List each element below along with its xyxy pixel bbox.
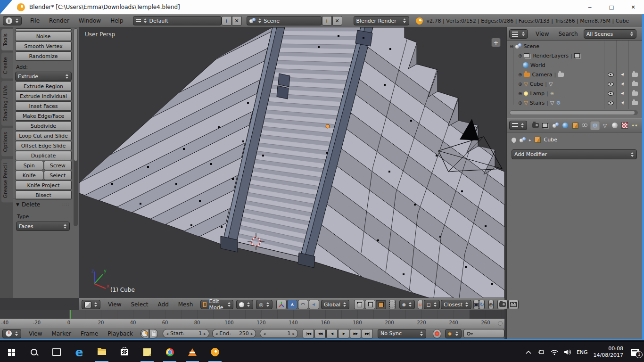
snap-toggle-button[interactable]: ∪ bbox=[418, 300, 423, 309]
outliner-row-camera[interactable]: ⊕Camera| bbox=[518, 70, 564, 79]
delete-scene-button[interactable]: ✕ bbox=[332, 16, 342, 25]
tool-button-screw[interactable]: Screw bbox=[44, 161, 72, 170]
timeline-ruler[interactable]: -40-200204060801001201401601802002202402… bbox=[0, 319, 504, 328]
manipulate-center-points-button[interactable]: ⊕ bbox=[488, 300, 494, 309]
limit-to-visible-button[interactable] bbox=[389, 300, 396, 309]
renderability-camera-icon[interactable] bbox=[632, 82, 638, 86]
minimize-button[interactable]: ─ bbox=[579, 0, 601, 14]
tool-button-inset-faces[interactable]: Inset Faces bbox=[15, 101, 72, 111]
viewport-menu-view[interactable]: View bbox=[103, 301, 126, 308]
outliner-filter-dropdown[interactable]: All Scenes bbox=[584, 29, 636, 39]
tool-dropdown-extrude[interactable]: Extrude bbox=[15, 72, 72, 81]
keying-set-dropdown[interactable]: ◆ bbox=[445, 329, 462, 338]
outliner-row-lamp[interactable]: ⊕Lamp|✳ bbox=[518, 89, 554, 98]
expand-icon[interactable]: ⊕ bbox=[518, 82, 522, 87]
tool-button-noise[interactable]: Noise bbox=[15, 32, 72, 41]
drag-handle-icon[interactable]: :::: bbox=[62, 202, 70, 207]
selectability-pointer-icon[interactable]: ➤ bbox=[619, 81, 626, 87]
sync-dropdown[interactable]: No Sync bbox=[378, 329, 426, 338]
outliner-row-renderlayers[interactable]: ⊕RenderLayers| bbox=[518, 51, 581, 60]
properties-tab-object[interactable] bbox=[570, 121, 580, 130]
taskbar-file-explorer-icon[interactable] bbox=[91, 342, 113, 362]
taskbar-task-view-icon[interactable] bbox=[45, 342, 68, 362]
taskbar-vlc-icon[interactable] bbox=[181, 342, 204, 362]
editor-type-selector-properties[interactable] bbox=[509, 121, 527, 130]
menu-window[interactable]: Window bbox=[74, 17, 106, 24]
frame-end-field[interactable]: ◂ End: 250 ▸ bbox=[212, 329, 256, 338]
scrollbar-thumb[interactable] bbox=[74, 29, 77, 161]
auto-keyframe-button[interactable] bbox=[433, 329, 441, 338]
menu-render[interactable]: Render bbox=[44, 17, 74, 24]
viewport-menu-select[interactable]: Select bbox=[126, 301, 153, 308]
taskbar-search-icon[interactable] bbox=[23, 342, 45, 362]
editor-type-selector-outliner[interactable] bbox=[509, 29, 528, 39]
outliner-menu-search[interactable]: Search bbox=[553, 31, 582, 37]
tool-button-extrude-region[interactable]: Extrude Region bbox=[15, 82, 72, 91]
properties-tab-scene[interactable] bbox=[551, 121, 560, 130]
close-button[interactable]: ✕ bbox=[622, 0, 644, 14]
timeline-menu-playback[interactable]: Playback bbox=[103, 330, 138, 337]
timeline-menu-view[interactable]: View bbox=[24, 330, 47, 337]
tool-button-randomize[interactable]: Randomize bbox=[15, 51, 72, 61]
taskbar-edge-icon[interactable]: e bbox=[68, 342, 91, 362]
tool-button-knife-project[interactable]: Knife Project bbox=[15, 181, 72, 190]
menu-help[interactable]: Help bbox=[106, 17, 128, 24]
timeline-menu-marker[interactable]: Marker bbox=[47, 330, 75, 337]
properties-tab-world[interactable] bbox=[561, 121, 570, 130]
tool-button-spin[interactable]: Spin bbox=[15, 161, 43, 170]
visibility-eye-icon[interactable] bbox=[608, 73, 614, 77]
taskbar-blender-icon[interactable] bbox=[204, 342, 226, 362]
renderability-camera-icon[interactable] bbox=[632, 101, 638, 105]
action-center-icon[interactable]: 1 bbox=[631, 349, 639, 356]
expand-icon[interactable]: ⊕ bbox=[518, 72, 522, 77]
rotate-manipulator-button[interactable]: ◠ bbox=[298, 300, 308, 309]
outliner-row-scene[interactable]: ⊖Scene bbox=[510, 41, 539, 51]
toolshelf-tab-shading-uvs[interactable]: Shading / UVs bbox=[1, 81, 13, 126]
use-preview-range-button[interactable] bbox=[140, 329, 149, 338]
wifi-icon[interactable] bbox=[551, 349, 558, 355]
render-engine-selector[interactable]: Blender Render bbox=[354, 16, 409, 25]
3d-viewport[interactable]: User Persp (1) Cube + z y x bbox=[79, 27, 504, 298]
prev-keyframe-button[interactable]: ◀◀ bbox=[314, 329, 326, 338]
pivot-point-dropdown[interactable]: ◎ bbox=[256, 300, 272, 309]
manipulator-toggle-button[interactable] bbox=[276, 300, 287, 309]
toolshelf-tab-grease-pencil[interactable]: Grease Pencil bbox=[1, 159, 13, 202]
scale-manipulator-button[interactable]: ➤ bbox=[309, 300, 319, 309]
tool-button-make-edge-face[interactable]: Make Edge/Face bbox=[15, 111, 72, 121]
edge-select-button[interactable] bbox=[365, 300, 375, 309]
expand-icon[interactable]: ⊕ bbox=[518, 91, 522, 96]
open-properties-region-button[interactable]: + bbox=[491, 38, 501, 47]
vertex-select-button[interactable] bbox=[354, 300, 364, 309]
snap-self-button[interactable]: ▣ bbox=[473, 300, 479, 309]
add-modifier-dropdown[interactable]: Add Modifier bbox=[512, 149, 637, 159]
mode-dropdown[interactable]: Edit Mode bbox=[200, 300, 233, 309]
tool-button-subdivide[interactable]: Subdivide bbox=[15, 121, 72, 131]
tool-button-loop-cut-and-slide[interactable]: Loop Cut and Slide bbox=[15, 131, 72, 140]
tool-button-offset-edge-slide[interactable]: Offset Edge Slide bbox=[15, 141, 72, 150]
collapse-icon[interactable]: ⊖ bbox=[510, 44, 513, 49]
timeline-menu-frame[interactable]: Frame bbox=[76, 330, 103, 337]
transform-orientation-dropdown[interactable]: Global bbox=[321, 300, 349, 309]
editor-type-selector-timeline[interactable] bbox=[2, 329, 21, 338]
pin-icon[interactable] bbox=[511, 136, 517, 143]
renderability-camera-icon[interactable] bbox=[632, 91, 638, 96]
taskbar-store-icon[interactable] bbox=[113, 342, 136, 362]
collapse-arrow-icon[interactable]: ▼ bbox=[16, 202, 19, 207]
partial-button[interactable] bbox=[15, 28, 72, 31]
opengl-render-animation-button[interactable] bbox=[508, 300, 519, 309]
selectability-pointer-icon[interactable]: ➤ bbox=[619, 90, 626, 97]
toolshelf-scrollbar[interactable] bbox=[74, 28, 78, 226]
tool-button-select[interactable]: Select bbox=[44, 171, 72, 180]
toolshelf-tab-create[interactable]: Create bbox=[1, 53, 13, 79]
outliner-row-world[interactable]: World bbox=[518, 60, 545, 70]
toolshelf-tab-options[interactable]: Options bbox=[1, 128, 13, 156]
frame-start-field[interactable]: ◂ Start: 1 ▸ bbox=[163, 329, 209, 338]
delete-panel-title[interactable]: Delete bbox=[22, 201, 40, 208]
outliner-row-cube[interactable]: ⊕▽Cube|▽ bbox=[518, 79, 553, 89]
viewport-shading-dropdown[interactable] bbox=[236, 300, 253, 309]
proportional-edit-dropdown[interactable]: ● bbox=[399, 300, 415, 309]
outliner-menu-view[interactable]: View bbox=[531, 31, 553, 37]
scrollbar-handle[interactable] bbox=[498, 321, 503, 326]
add-layout-button[interactable]: + bbox=[222, 16, 231, 25]
snap-target-dropdown[interactable]: Closest bbox=[441, 300, 471, 309]
